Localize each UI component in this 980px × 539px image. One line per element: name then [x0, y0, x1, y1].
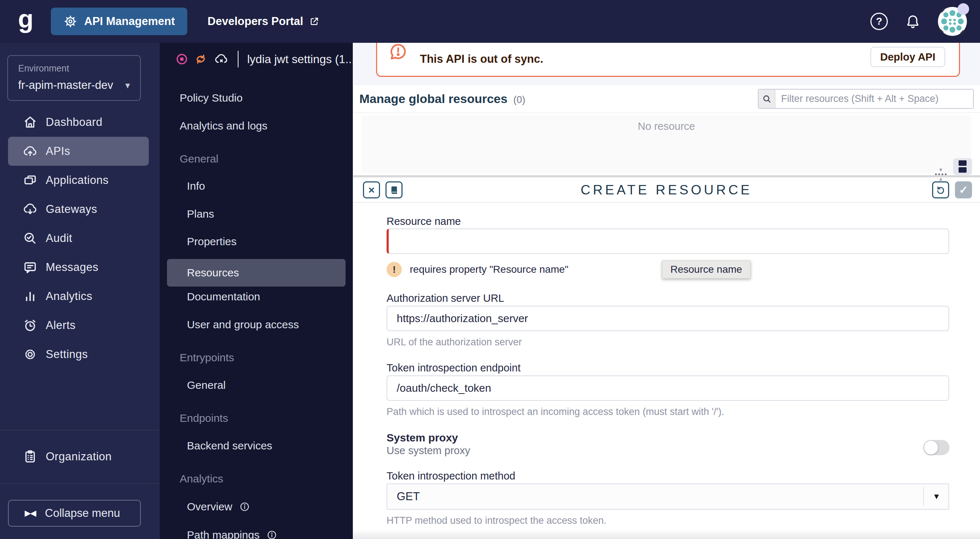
create-resource-form: Resource name ! requires property "Resou… — [353, 203, 980, 539]
api-menu-backend-services[interactable]: Backend services — [187, 436, 272, 456]
close-button[interactable]: × — [363, 181, 380, 198]
panel-resize-handle[interactable]: ▼ ▲ — [934, 164, 948, 184]
alarm-icon — [22, 318, 38, 333]
panel-bottom-edge — [353, 529, 980, 539]
collapse-icon: ▶◀ — [25, 509, 35, 518]
notifications-bell-icon[interactable] — [905, 13, 921, 30]
gravitee-logo-icon: g — [13, 6, 38, 32]
submit-button[interactable]: ✓ — [955, 181, 972, 198]
app-switcher-button[interactable]: API Management — [51, 8, 187, 35]
auth-server-url-label: Authorization server URL — [387, 292, 504, 304]
api-header: lydia jwt settings (1... — [176, 51, 353, 67]
audit-search-icon — [22, 231, 38, 246]
sidebar-item-settings[interactable]: Settings — [8, 340, 149, 369]
introspection-endpoint-input[interactable] — [387, 376, 949, 401]
empty-state-text: No resource — [638, 120, 695, 132]
header-actions: ? — [870, 7, 967, 36]
dock-panel-button[interactable] — [953, 158, 972, 175]
auth-server-url-input[interactable] — [387, 306, 949, 331]
sidebar-item-analytics[interactable]: Analytics — [8, 282, 149, 311]
api-menu-properties[interactable]: Properties — [187, 231, 237, 252]
system-proxy-label: System proxy — [387, 432, 458, 444]
panel-title: CREATE RESOURCE — [353, 178, 980, 203]
sidebar-divider — [0, 430, 160, 430]
introspection-method-label: Token introspection method — [387, 470, 515, 482]
sidebar-item-messages[interactable]: Messages — [8, 253, 149, 282]
deploy-api-button[interactable]: Deploy API — [870, 47, 945, 67]
book-icon — [389, 185, 399, 195]
drag-dots-icon — [935, 173, 947, 175]
documentation-button[interactable] — [385, 181, 402, 198]
message-icon — [22, 260, 38, 275]
cloud-download-icon — [22, 202, 38, 217]
sidebar-item-apis[interactable]: APIs — [8, 137, 149, 166]
auth-server-url-hint: URL of the authorization server — [387, 337, 522, 348]
api-menu-analytics-and-logs[interactable]: Analytics and logs — [180, 116, 267, 136]
out-of-sync-banner: This API is out of sync. Deploy API — [376, 43, 960, 77]
api-menu-documentation[interactable]: Documentation — [187, 287, 260, 307]
api-menu-sidebar: lydia jwt settings (1... Policy Studio A… — [160, 43, 353, 539]
validation-error: ! requires property "Resource name" Reso… — [387, 262, 568, 277]
resources-count: (0) — [513, 94, 525, 106]
sidebar-item-organization[interactable]: Organization — [8, 442, 149, 471]
system-proxy-sublabel: Use system proxy — [387, 445, 470, 457]
sync-icon — [194, 52, 207, 66]
toggle-knob — [924, 441, 938, 455]
resources-table-zone: No resource — [353, 113, 980, 175]
api-menu-section-general: General — [180, 149, 218, 169]
sidebar-item-gateways[interactable]: Gateways — [8, 195, 149, 224]
sidebar-item-alerts[interactable]: Alerts — [8, 311, 149, 340]
rotate-ccw-icon — [936, 185, 946, 195]
warning-icon: ! — [387, 262, 402, 277]
resource-name-input[interactable] — [387, 228, 949, 254]
collapse-menu-button[interactable]: ▶◀ Collapse menu — [8, 500, 141, 527]
error-text: requires property "Resource name" — [410, 264, 568, 275]
sidebar-item-applications[interactable]: Applications — [8, 166, 149, 195]
api-menu-overview[interactable]: Overview — [187, 496, 250, 517]
chevron-down-icon: ▾ — [125, 80, 130, 91]
sidebar-item-dashboard[interactable]: Dashboard — [8, 108, 149, 137]
filter-resources-field[interactable] — [758, 89, 974, 109]
introspection-method-hint: HTTP method used to introspect the acces… — [387, 515, 606, 526]
create-resource-header: CREATE RESOURCE × ✓ — [353, 178, 980, 203]
chevron-down-icon: ▼ — [938, 167, 943, 172]
main-content: This API is out of sync. Deploy API Mana… — [353, 43, 980, 539]
sidebar-item-audit[interactable]: Audit — [8, 224, 149, 253]
developers-portal-link[interactable]: Developers Portal — [208, 15, 320, 28]
api-menu-entrypoints-general[interactable]: General — [187, 375, 226, 395]
divider — [923, 487, 924, 506]
stopped-icon — [176, 53, 188, 65]
system-proxy-toggle[interactable] — [923, 440, 950, 455]
environment-value: fr-apim-master-dev — [18, 79, 113, 92]
filter-resources-input[interactable] — [775, 90, 973, 108]
bar-chart-icon — [22, 289, 38, 304]
environment-select[interactable]: Environment fr-apim-master-dev ▾ — [7, 55, 141, 101]
gear-icon — [22, 347, 38, 362]
dropdown-arrow-icon: ▼ — [932, 492, 940, 501]
api-menu-path-mappings[interactable]: Path mappings — [187, 525, 277, 539]
api-menu-policy-studio[interactable]: Policy Studio — [180, 88, 242, 108]
check-icon: ✓ — [959, 185, 968, 195]
error-field-chip: Resource name — [662, 260, 751, 279]
introspection-method-select[interactable]: GET ▼ — [387, 484, 949, 510]
api-menu-user-and-group-access[interactable]: User and group access — [187, 314, 299, 335]
divider — [353, 85, 353, 539]
chevron-up-icon: ▲ — [938, 176, 943, 181]
home-icon — [22, 115, 38, 130]
api-menu-section-endpoints: Endpoints — [180, 408, 228, 428]
empty-state: No resource — [361, 115, 971, 173]
close-icon: × — [368, 185, 375, 195]
dock-panel-icon — [959, 160, 967, 166]
api-menu-resources[interactable]: Resources — [167, 259, 345, 287]
organization-icon — [22, 449, 38, 464]
user-avatar[interactable] — [938, 7, 967, 36]
help-icon[interactable]: ? — [870, 13, 888, 30]
introspection-endpoint-label: Token introspection endpoint — [387, 362, 520, 374]
page-title: Manage global resources — [360, 92, 508, 106]
info-icon — [267, 530, 277, 539]
api-menu-info[interactable]: Info — [187, 176, 205, 196]
api-menu-plans[interactable]: Plans — [187, 204, 214, 224]
top-header: g API Management Developers Portal ? — [0, 0, 980, 43]
search-icon — [759, 90, 775, 108]
app-switcher-label: API Management — [84, 15, 175, 28]
